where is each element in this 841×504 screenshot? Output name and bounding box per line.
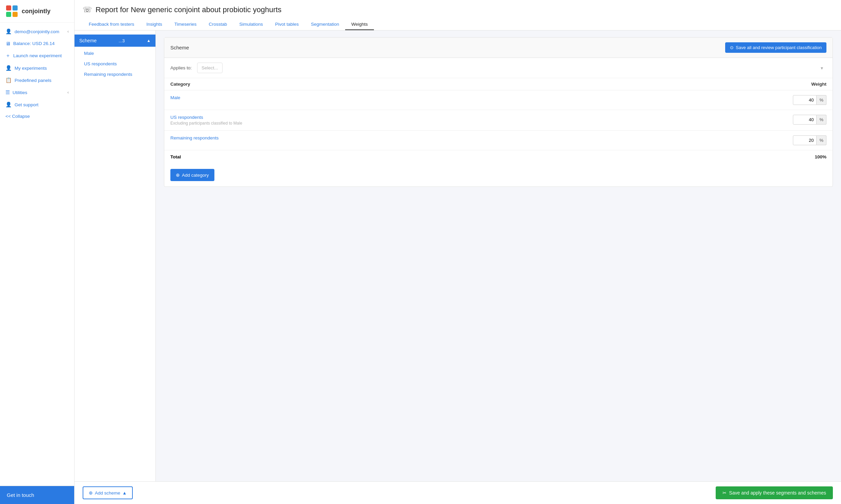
panel-card-title: Scheme [170, 45, 189, 50]
scheme-label: Scheme [79, 38, 97, 43]
sidebar-item-launch[interactable]: ＋ Launch new experiment [0, 50, 74, 62]
total-value: 100% [597, 150, 833, 164]
sidebar-nav: 👤 demo@conjointly.com ‹ 🖥 Balance: USD 2… [0, 23, 74, 486]
category-sub: Excluding participants classified to Mal… [170, 121, 591, 126]
balance-icon: 🖥 [5, 41, 11, 47]
sidebar-item-panels[interactable]: 📋 Predefined panels [0, 74, 74, 86]
svg-rect-2 [6, 12, 11, 17]
sidebar-footer: Get in touch [0, 486, 74, 504]
add-category-label: Add category [182, 173, 209, 178]
my-experiments-label: My experiments [15, 66, 47, 71]
category-tbody: Male%US respondentsExcluding participant… [164, 90, 833, 150]
scheme-sub-item-male[interactable]: Male [74, 48, 156, 58]
applies-label: Applies to: [170, 65, 192, 70]
tab-crosstab[interactable]: Crosstab [203, 19, 233, 30]
applies-row: Applies to: Select... [164, 58, 833, 78]
sidebar-item-utilities[interactable]: ☰ Utilities ‹ [0, 86, 74, 98]
applies-select-wrapper: Select... [197, 62, 826, 73]
save-all-button[interactable]: ⊙ Save all and review participant classi… [725, 42, 826, 53]
tab-feedback-from-testers[interactable]: Feedback from testers [83, 19, 140, 30]
scheme-badge: ...3 [119, 38, 125, 43]
category-col-header: Category [164, 78, 597, 90]
tab-pivot-tables[interactable]: Pivot tables [269, 19, 305, 30]
main-area: ☏ Report for New generic conjoint about … [74, 0, 841, 504]
panel-card-header: Scheme ⊙ Save all and review participant… [164, 38, 833, 58]
launch-label: Launch new experiment [13, 53, 62, 58]
tab-simulations[interactable]: Simulations [233, 19, 269, 30]
footer-bar: ⊕ Add scheme ▲ ✂ Save and apply these se… [74, 481, 841, 504]
tab-segmentation[interactable]: Segmentation [305, 19, 345, 30]
tab-weights[interactable]: Weights [345, 19, 374, 30]
utilities-chevron: ‹ [67, 90, 69, 95]
save-icon: ⊙ [730, 45, 734, 50]
scheme-sub-items: MaleUS respondentsRemaining respondents [74, 48, 156, 79]
logo-icon [5, 5, 18, 18]
weight-input[interactable] [793, 95, 817, 105]
add-scheme-icon: ⊕ [89, 490, 93, 496]
collapse-label: << Collapse [5, 114, 30, 119]
get-support-label: Get support [15, 102, 39, 107]
svg-rect-0 [6, 5, 11, 11]
user-email: demo@conjointly.com [15, 29, 59, 34]
sidebar-item-user[interactable]: 👤 demo@conjointly.com ‹ [0, 25, 74, 38]
category-table: Category Weight Male%US respondentsExclu… [164, 78, 833, 163]
add-category-button[interactable]: ⊕ Add category [170, 169, 214, 181]
page-header: ☏ Report for New generic conjoint about … [74, 0, 841, 31]
svg-rect-1 [13, 5, 18, 11]
table-row: Male% [164, 90, 833, 110]
applies-select[interactable]: Select... [197, 62, 223, 73]
scheme-sub-item-us-respondents[interactable]: US respondents [74, 58, 156, 69]
logo-text: conjointly [22, 8, 51, 15]
content-area: Scheme ...3 ▲ MaleUS respondentsRemainin… [74, 31, 841, 481]
utilities-icon: ☰ [5, 89, 10, 95]
chevron-icon: ‹ [67, 29, 69, 34]
scheme-sidebar: Scheme ...3 ▲ MaleUS respondentsRemainin… [74, 31, 156, 481]
sidebar-item-balance[interactable]: 🖥 Balance: USD 26.14 [0, 38, 74, 50]
add-scheme-button[interactable]: ⊕ Add scheme ▲ [83, 486, 133, 499]
panels-icon: 📋 [5, 77, 12, 83]
balance-label: Balance: USD 26.14 [13, 41, 54, 46]
save-apply-label: Save and apply these segments and scheme… [729, 490, 826, 496]
support-icon: 👤 [5, 102, 12, 108]
page-title: Report for New generic conjoint about pr… [95, 5, 281, 14]
sidebar-item-support[interactable]: 👤 Get support [0, 98, 74, 111]
total-label: Total [164, 150, 597, 164]
main-panel: Scheme ⊙ Save all and review participant… [156, 31, 841, 481]
table-row: Remaining respondents% [164, 131, 833, 150]
weight-input[interactable] [793, 115, 817, 125]
utilities-label: Utilities [13, 90, 28, 95]
category-name: Remaining respondents [170, 136, 591, 141]
table-row: US respondentsExcluding participants cla… [164, 110, 833, 131]
add-scheme-label: Add scheme [95, 490, 120, 496]
percent-badge: % [817, 115, 826, 125]
sidebar: conjointly 👤 demo@conjointly.com ‹ 🖥 Bal… [0, 0, 74, 504]
category-name: US respondents [170, 115, 591, 120]
save-all-label: Save all and review participant classifi… [736, 45, 822, 50]
plus-icon: ＋ [5, 52, 11, 59]
weight-input[interactable] [793, 136, 817, 145]
sidebar-item-collapse[interactable]: << Collapse [0, 111, 74, 122]
page-title-row: ☏ Report for New generic conjoint about … [83, 5, 833, 14]
category-name: Male [170, 95, 591, 100]
tab-timeseries[interactable]: Timeseries [168, 19, 203, 30]
predefined-panels-label: Predefined panels [15, 78, 52, 83]
scheme-sub-item-remaining-respondents[interactable]: Remaining respondents [74, 69, 156, 79]
panel-card: Scheme ⊙ Save all and review participant… [164, 37, 833, 187]
add-scheme-dropdown-icon: ▲ [122, 490, 127, 496]
scheme-chevron-icon: ▲ [147, 38, 151, 43]
user-icon: 👤 [5, 29, 12, 35]
percent-badge: % [817, 136, 826, 145]
svg-rect-3 [13, 12, 18, 17]
save-apply-button[interactable]: ✂ Save and apply these segments and sche… [716, 486, 833, 499]
save-apply-icon: ✂ [722, 490, 726, 496]
get-in-touch-button[interactable]: Get in touch [0, 486, 74, 504]
weight-col-header: Weight [597, 78, 833, 90]
get-in-touch-label: Get in touch [7, 492, 34, 498]
sidebar-logo: conjointly [0, 0, 74, 23]
add-category-icon: ⊕ [176, 172, 180, 178]
scheme-header[interactable]: Scheme ...3 ▲ [74, 35, 156, 47]
page-title-icon: ☏ [83, 5, 92, 14]
sidebar-item-experiments[interactable]: 👤 My experiments [0, 62, 74, 74]
tabs-bar: Feedback from testersInsightsTimeseriesC… [83, 19, 833, 30]
tab-insights[interactable]: Insights [140, 19, 168, 30]
